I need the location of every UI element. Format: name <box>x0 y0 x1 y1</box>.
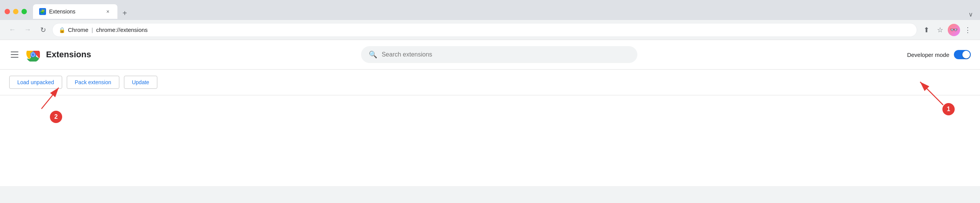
annotation-arrow-1 <box>909 76 955 107</box>
page-title: Extensions <box>46 50 91 60</box>
window-menu-button[interactable]: ∨ <box>966 10 975 19</box>
maximize-window-button[interactable] <box>21 9 27 14</box>
search-input[interactable] <box>382 51 630 58</box>
annotation-badge-2: 2 <box>50 111 62 123</box>
more-button[interactable]: ⋮ <box>962 24 974 36</box>
share-button[interactable]: ⬆ <box>920 24 932 36</box>
developer-mode-section: Developer mode <box>907 50 971 59</box>
toggle-knob <box>962 51 970 58</box>
annotation-area: 1 2 <box>0 95 980 134</box>
bookmark-button[interactable]: ☆ <box>934 24 946 36</box>
annotation-arrow-2 <box>34 84 76 111</box>
forward-button[interactable]: → <box>21 24 34 36</box>
title-bar: 🧩 Extensions × + ∨ <box>0 0 980 20</box>
minimize-window-button[interactable] <box>13 9 18 14</box>
address-bar[interactable]: 🔒 Chrome | chrome://extensions <box>52 23 917 37</box>
svg-line-7 <box>41 88 59 109</box>
extensions-tab[interactable]: 🧩 Extensions × <box>33 4 117 19</box>
hamburger-line-3 <box>11 57 18 58</box>
security-icon: 🔒 <box>59 27 65 33</box>
developer-buttons-bar: Load unpacked Pack extension Update <box>0 70 980 95</box>
search-icon: 🔍 <box>369 50 377 59</box>
avatar-image: 👓 <box>950 26 958 33</box>
tab-close-button[interactable]: × <box>104 8 111 15</box>
developer-mode-toggle[interactable] <box>954 50 971 59</box>
address-url: chrome://extensions <box>96 27 148 33</box>
nav-actions: ⬆ ☆ 👓 ⋮ <box>920 24 974 36</box>
puzzle-icon: 🧩 <box>39 8 46 15</box>
new-tab-button[interactable]: + <box>119 7 130 19</box>
tab-title: Extensions <box>49 8 101 15</box>
tab-bar: 🧩 Extensions × + ∨ <box>33 4 975 19</box>
hamburger-line-2 <box>11 54 18 55</box>
navigation-bar: ← → ↻ 🔒 Chrome | chrome://extensions ⬆ ☆… <box>0 20 980 40</box>
back-button[interactable]: ← <box>6 24 18 36</box>
search-bar[interactable]: 🔍 <box>361 46 637 63</box>
avatar[interactable]: 👓 <box>948 24 960 36</box>
hamburger-button[interactable] <box>9 50 20 59</box>
reload-button[interactable]: ↻ <box>37 24 49 36</box>
chrome-logo-icon <box>26 48 40 62</box>
annotation-badge-1: 1 <box>942 103 955 115</box>
browser-window: 🧩 Extensions × + ∨ ← → ↻ 🔒 Chrome | chro… <box>0 0 980 186</box>
traffic-lights <box>5 9 27 14</box>
update-button[interactable]: Update <box>124 76 157 89</box>
address-separator: | <box>92 27 95 33</box>
developer-mode-label: Developer mode <box>907 52 949 58</box>
close-window-button[interactable] <box>5 9 10 14</box>
svg-line-5 <box>920 82 943 105</box>
extensions-header: Extensions 🔍 Developer mode <box>0 40 980 70</box>
address-prefix: Chrome | chrome://extensions <box>68 27 911 33</box>
svg-point-4 <box>31 53 35 56</box>
page-content: Extensions 🔍 Developer mode Load unpacke… <box>0 40 980 186</box>
hamburger-line-1 <box>11 52 18 52</box>
